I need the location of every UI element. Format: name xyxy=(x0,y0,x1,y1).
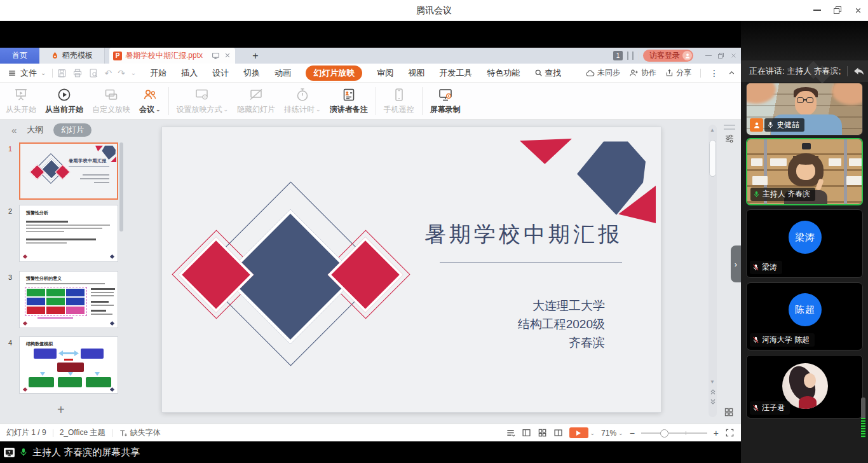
meeting-people-icon xyxy=(142,87,158,102)
tab-docer[interactable]: 稻壳模板 xyxy=(39,48,105,64)
slide-thumbnail-4[interactable]: 结构数值模拟 xyxy=(19,336,118,394)
ribbon-screen-record[interactable]: 屏幕录制 xyxy=(426,87,465,115)
minimize-icon xyxy=(813,10,821,11)
zoom-slider-knob[interactable] xyxy=(660,429,668,438)
redo-icon[interactable]: ↷ xyxy=(118,68,125,78)
tab-document[interactable]: P 暑期学校中期汇报.pptx xyxy=(109,48,235,64)
next-slide-icon[interactable] xyxy=(709,398,717,406)
share-button[interactable]: 分享 xyxy=(665,67,691,78)
canvas-scrollbar-thumb[interactable] xyxy=(709,140,716,177)
collaborate-button[interactable]: 协作 xyxy=(629,67,656,78)
wps-close-button[interactable] xyxy=(730,52,737,59)
thumb3-art: 预警性分析的意义 xyxy=(20,272,118,328)
back-arrow-icon[interactable] xyxy=(852,66,864,77)
menu-transition[interactable]: 切换 xyxy=(243,67,260,79)
previous-slide-icon[interactable] xyxy=(709,388,717,396)
ribbon-hide-slide[interactable]: 隐藏幻灯片 xyxy=(233,87,280,115)
sync-status[interactable]: 未同步 xyxy=(585,67,620,78)
slide-thumbnail-1[interactable]: 暑期学校中期汇报 xyxy=(19,142,118,200)
ribbon-from-current[interactable]: 从当前开始 xyxy=(41,87,88,115)
presenting-monitor-icon[interactable] xyxy=(212,52,220,60)
menu-slideshow-active[interactable]: 幻灯片放映 xyxy=(306,66,362,81)
panel-top-shade xyxy=(741,21,868,60)
menu-devtools[interactable]: 开发工具 xyxy=(439,67,472,79)
menu-review[interactable]: 审阅 xyxy=(377,67,393,79)
normal-view-icon[interactable] xyxy=(522,428,531,438)
decor xyxy=(64,359,73,361)
slide-panel-header: « 大纲 幻灯片 xyxy=(0,120,125,140)
ribbon-from-beginning[interactable]: 从头开始 xyxy=(1,87,41,115)
tab-docer-label: 稻壳模板 xyxy=(62,50,93,61)
expand-task-pane-button[interactable]: › xyxy=(731,245,741,282)
scroll-down-arrow[interactable]: ▼ xyxy=(710,379,715,385)
menu-insert[interactable]: 插入 xyxy=(181,67,198,79)
ribbon-setup-show[interactable]: 设置放映方式⌄ xyxy=(172,87,233,115)
fit-to-window-icon[interactable] xyxy=(725,428,735,438)
undo-icon[interactable]: ↶ xyxy=(104,68,112,78)
ribbon-custom-show[interactable]: 自定义放映 xyxy=(88,87,135,115)
close-button[interactable] xyxy=(848,0,868,20)
zoom-slider[interactable] xyxy=(641,432,707,434)
divider xyxy=(53,429,53,437)
ribbon-rehearse-timing[interactable]: 排练计时⌄ xyxy=(280,87,325,115)
participant-tile-2[interactable]: 主持人 齐春滨 xyxy=(746,138,863,205)
menu-find[interactable]: 查找 xyxy=(534,67,561,79)
close-tab-icon[interactable] xyxy=(224,52,231,59)
guest-login-button[interactable]: 访客登录 xyxy=(643,50,693,62)
close-icon xyxy=(854,6,862,15)
quick-access-dropdown-icon[interactable]: ⌄ xyxy=(131,69,136,76)
print-preview-icon[interactable] xyxy=(88,68,98,78)
save-icon[interactable] xyxy=(57,68,67,78)
panel-drag-handle[interactable] xyxy=(724,125,735,130)
tab-document-icons xyxy=(212,52,231,60)
wps-minimize-button[interactable] xyxy=(705,55,712,57)
zoom-out-button[interactable]: − xyxy=(630,428,635,438)
menu-features[interactable]: 特色功能 xyxy=(487,67,520,79)
new-tab-button[interactable]: + xyxy=(248,48,263,64)
menu-animation[interactable]: 动画 xyxy=(275,67,291,79)
ribbon-meeting[interactable]: 会议⌄ xyxy=(135,87,165,115)
add-slide-button[interactable]: + xyxy=(57,403,65,417)
file-menu[interactable]: 文件 ⌄ xyxy=(0,67,52,79)
slide-thumbnail-3[interactable]: 预警性分析的意义 xyxy=(19,271,118,328)
hamburger-icon xyxy=(8,69,17,78)
sidebar-scrollbar[interactable] xyxy=(119,142,123,232)
scroll-up-arrow[interactable]: ▲ xyxy=(710,127,715,133)
menu-view[interactable]: 视图 xyxy=(408,67,424,79)
ribbon-speaker-notes[interactable]: 演讲者备注 xyxy=(325,87,372,115)
tab-home[interactable]: 首页 xyxy=(0,48,39,64)
missing-font-warning[interactable]: 缺失字体 xyxy=(119,427,161,438)
play-dropdown-caret[interactable]: ⌄ xyxy=(590,430,595,436)
zoom-in-button[interactable]: + xyxy=(714,428,719,438)
participant-tile-4[interactable]: 陈超 河海大学 陈超 xyxy=(746,282,863,350)
menu-start[interactable]: 开始 xyxy=(150,67,166,79)
outline-view-button[interactable] xyxy=(506,428,515,438)
object-properties-icon[interactable] xyxy=(724,134,735,144)
layout-grid-icon[interactable] xyxy=(724,407,734,417)
reading-view-icon[interactable] xyxy=(553,428,563,438)
theme-name[interactable]: 2_Office 主题 xyxy=(60,427,105,438)
play-slideshow-button[interactable]: ⌄ xyxy=(569,427,595,438)
tab-slides-active[interactable]: 幻灯片 xyxy=(53,123,92,137)
collapse-ribbon-icon[interactable] xyxy=(728,69,736,77)
participant-tile-5[interactable]: 汪子君 xyxy=(746,355,863,418)
participant-tile-3[interactable]: 梁涛 梁涛 xyxy=(746,209,863,278)
thumb3-title: 预警性分析的意义 xyxy=(26,275,62,282)
print-icon[interactable] xyxy=(72,68,83,78)
minimize-button[interactable] xyxy=(807,0,827,20)
decor xyxy=(37,317,73,319)
tab-outline[interactable]: 大纲 xyxy=(27,124,43,135)
speaking-banner: 正在讲话: 主持人 齐春滨; xyxy=(741,60,868,82)
restore-button[interactable] xyxy=(827,0,848,20)
wps-restore-button[interactable] xyxy=(718,53,724,59)
collapse-panel-icon[interactable]: « xyxy=(11,125,17,135)
tab-document-label: 暑期学校中期汇报.pptx xyxy=(125,50,203,61)
participant-tile-1[interactable]: 史健喆 xyxy=(746,83,863,135)
slide-canvas[interactable]: 暑期学校中期汇报 大连理工大学 结构工程2020级 齐春滨 xyxy=(162,127,661,412)
more-options-icon[interactable]: ⋮ xyxy=(710,68,719,78)
slide-sorter-icon[interactable] xyxy=(538,428,547,438)
slide-thumbnail-2[interactable]: 预警性分析 xyxy=(19,205,118,262)
zoom-level[interactable]: 71% ⌄ xyxy=(601,429,623,438)
ribbon-phone-remote[interactable]: 手机遥控 xyxy=(379,87,419,115)
menu-design[interactable]: 设计 xyxy=(212,67,229,79)
